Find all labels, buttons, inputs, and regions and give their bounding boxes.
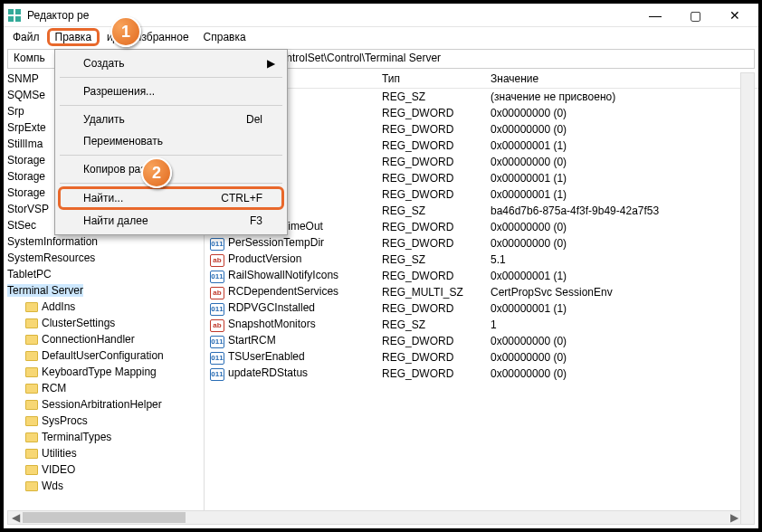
menu-separator [60,77,282,78]
list-row[interactable]: abSnapshotMonitorsREG_SZ1 [205,317,758,333]
tree-item[interactable]: SystemInformation [4,233,204,250]
tree-item[interactable]: ConnectionHandler [4,331,204,347]
value-name: SnapshotMonitors [228,318,316,330]
reg-dword-icon: 011 [210,368,224,381]
col-type[interactable]: Тип [376,72,485,85]
value-type: REG_SZ [376,204,485,217]
tree-item[interactable]: AddIns [4,299,204,315]
svg-rect-1 [15,9,21,14]
minimize-button[interactable]: — [635,5,675,26]
col-value[interactable]: Значение [485,72,758,85]
scroll-right-icon[interactable]: ▶ [727,511,741,524]
menu-item-find[interactable]: Найти... CTRL+F [58,186,284,210]
value-data: 0x00000001 (1) [485,139,758,152]
svg-rect-3 [15,16,21,22]
tree-item-label: SysProcs [42,414,88,427]
menu-item-find-next[interactable]: Найти далее F3 [58,210,284,232]
list-row[interactable]: 011updateRDStatusREG_DWORD0x00000000 (0) [205,366,758,382]
value-data: 0x00000001 (1) [485,188,758,201]
value-type: REG_MULTI_SZ [376,286,485,299]
tree-item[interactable]: SessionArbitrationHelper [4,396,204,413]
value-name: StartRCM [228,334,276,347]
value-name: RDPVGCInstalled [228,301,315,314]
tree-item-label: SQMSe [7,89,45,101]
tree-item[interactable]: KeyboardType Mapping [4,364,204,380]
app-icon [7,8,22,23]
value-type: REG_DWORD [376,123,485,136]
tree-item-label: AddIns [42,300,75,313]
list-row[interactable]: abProductVersionREG_SZ5.1 [205,252,758,268]
menu-edit[interactable]: Правка [47,28,100,46]
list-row[interactable]: 011StartRCMREG_DWORD0x00000000 (0) [205,333,758,349]
tree-item-label: DefaultUserConfiguration [42,349,164,362]
value-data: 0x00000000 (0) [485,335,758,347]
scroll-left-icon[interactable]: ◀ [8,511,23,524]
tree-item[interactable]: VIDEO [4,461,204,478]
value-data: 0x00000000 (0) [485,221,758,233]
callout-2: 2 [141,157,172,188]
value-type: REG_DWORD [376,270,485,282]
value-name: ProductVersion [228,252,301,265]
folder-icon [25,432,38,442]
value-data: ba46d7b6-875a-4f3f-9b49-42a7f53 [485,204,758,217]
value-data: 0x00000000 (0) [485,367,758,380]
menu-file[interactable]: Файл [5,29,47,45]
list-row[interactable]: 011RDPVGCInstalledREG_DWORD0x00000001 (1… [205,300,758,317]
folder-icon [25,384,38,394]
folder-icon [25,335,38,345]
folder-icon [25,465,38,475]
value-type: REG_DWORD [376,221,485,233]
tree-item[interactable]: Terminal Server [4,282,204,299]
reg-dword-icon: 011 [210,336,224,348]
list-row[interactable]: abRCDependentServicesREG_MULTI_SZCertPro… [205,284,758,300]
value-type: REG_DWORD [376,139,485,152]
value-data: 0x00000000 (0) [485,123,758,136]
value-type: REG_DWORD [376,367,485,380]
menu-separator [60,105,282,106]
submenu-arrow-icon: ▶ [267,57,275,70]
tree-item[interactable]: SystemResources [4,250,204,266]
tree-item-label: Storage [7,170,45,183]
value-type: REG_DWORD [376,351,485,364]
tree-item[interactable]: TerminalTypes [4,429,204,445]
folder-icon [25,302,38,312]
menu-item-delete[interactable]: Удалить Del [58,109,284,130]
reg-string-icon: ab [210,319,224,332]
tree-item[interactable]: ClusterSettings [4,315,204,331]
tree-item-label: VIDEO [42,463,75,476]
list-row[interactable]: 011RailShowallNotifyIconsREG_DWORD0x0000… [205,268,758,284]
menu-item-permissions[interactable]: Разрешения... [58,81,284,102]
value-name: TSUserEnabled [228,350,305,363]
value-data: 0x00000001 (1) [485,172,758,185]
tree-item[interactable]: SysProcs [4,413,204,429]
tree-item-label: SessionArbitrationHelper [42,398,162,411]
value-name: PerSessionTempDir [228,236,324,249]
menu-item-rename[interactable]: Переименовать [58,130,284,152]
value-data: 0x00000000 (0) [485,156,758,168]
tree-item-label: StSec [7,219,36,232]
scroll-thumb[interactable] [23,512,186,523]
close-button[interactable]: ✕ [715,5,755,26]
value-type: REG_DWORD [376,107,485,119]
tree-item[interactable]: TabletPC [4,266,204,282]
tree-item-label: Terminal Server [7,284,83,297]
horizontal-scrollbar[interactable]: ◀ ▶ [7,510,742,525]
maximize-button[interactable]: ▢ [675,5,715,26]
menu-help[interactable]: Справка [196,29,253,45]
value-name: RailShowallNotifyIcons [228,269,338,281]
tree-item[interactable]: DefaultUserConfiguration [4,347,204,364]
tree-item-label: Wds [42,480,63,492]
tree-item-label: RCM [42,382,66,394]
list-row[interactable]: 011TSUserEnabledREG_DWORD0x00000000 (0) [205,349,758,366]
tree-item[interactable]: Wds [4,478,204,494]
value-data: 5.1 [485,253,758,266]
menu-item-create[interactable]: Создать ▶ [58,52,284,74]
tree-item[interactable]: RCM [4,380,204,396]
tree-item-label: SNMP [7,72,39,85]
list-row[interactable]: 011PerSessionTempDirREG_DWORD0x00000000 … [205,235,758,252]
value-data: (значение не присвоено) [485,90,758,103]
tree-item[interactable]: Utilities [4,445,204,461]
value-data: CertPropSvc SessionEnv [485,286,758,299]
reg-string-icon: ab [210,287,224,299]
vertical-scrollbar[interactable] [740,72,755,525]
